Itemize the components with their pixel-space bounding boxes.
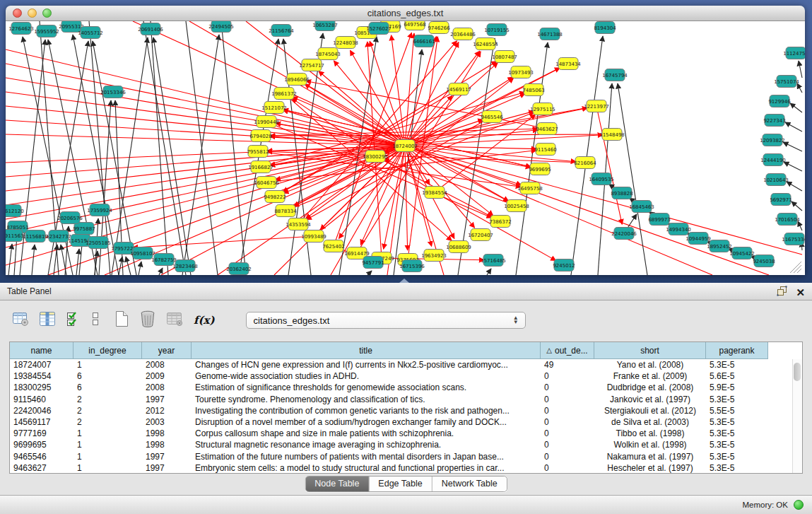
- zoom-window-icon[interactable]: [42, 8, 52, 18]
- graph-node[interactable]: 6216064: [574, 157, 596, 169]
- table-cell[interactable]: 2009: [142, 370, 192, 382]
- graph-node[interactable]: 20362402: [226, 263, 252, 275]
- graph-node[interactable]: 15121072: [261, 102, 287, 114]
- graph-node[interactable]: 16845463: [629, 201, 654, 213]
- table-cell[interactable]: 6: [73, 382, 142, 393]
- table-cell[interactable]: 1: [73, 439, 142, 450]
- network-canvas-svg[interactable]: 1872400712754717189460661986137215121072…: [6, 21, 805, 275]
- table-cell[interactable]: 0: [541, 428, 594, 439]
- network-table-select[interactable]: citations_edges.txt ▲▼: [246, 312, 526, 329]
- graph-node[interactable]: 20364486: [450, 28, 476, 40]
- graph-node[interactable]: 11124752: [783, 47, 805, 59]
- scrollbar-thumb[interactable]: [794, 363, 801, 381]
- graph-node[interactable]: 8878334: [274, 205, 297, 217]
- float-panel-icon[interactable]: [777, 286, 787, 299]
- table-cell[interactable]: 5.3E-5: [706, 428, 768, 439]
- network-nodes[interactable]: 1872400712754717189460661986137215121072…: [6, 21, 805, 275]
- graph-node[interactable]: 9129946: [768, 95, 791, 107]
- graph-node[interactable]: 12213977: [584, 100, 609, 112]
- table-cell[interactable]: 18724007: [10, 359, 73, 370]
- graph-node[interactable]: 9245012: [553, 259, 575, 271]
- graph-node[interactable]: 12975115: [530, 103, 555, 115]
- graph-node[interactable]: 14353594: [286, 218, 311, 230]
- table-cell[interactable]: 5.3E-5: [706, 359, 768, 370]
- table-cell[interactable]: 5.3E-5: [706, 462, 768, 474]
- graph-node[interactable]: 7955812: [247, 146, 269, 158]
- table-cell[interactable]: 1997: [142, 394, 192, 405]
- graph-node[interactable]: 6899973: [648, 214, 670, 226]
- table-row[interactable]: 1872400712008Changes of HCN gene express…: [10, 359, 802, 370]
- delete-rows-icon[interactable]: [139, 310, 157, 331]
- graph-node[interactable]: 14671388: [537, 28, 563, 40]
- table-cell[interactable]: 5.3E-5: [706, 394, 768, 405]
- table-cell[interactable]: 2: [73, 416, 142, 428]
- table-cell[interactable]: Corpus callosum shape and size in male p…: [192, 428, 541, 439]
- table-cell[interactable]: 5.3E-5: [706, 451, 768, 462]
- table-row[interactable]: 911546021997Tourette syndrome. Phenomeno…: [10, 394, 802, 405]
- graph-node[interactable]: 9975887: [73, 223, 95, 235]
- graph-node[interactable]: 5692971: [770, 194, 792, 206]
- graph-node[interactable]: 10719155: [484, 24, 510, 36]
- table-cell[interactable]: 18300295: [10, 382, 73, 393]
- column-header-in_degree[interactable]: in_degree: [73, 342, 142, 359]
- table-cell[interactable]: 0: [541, 451, 594, 462]
- table-cell[interactable]: 49: [541, 359, 594, 370]
- table-row[interactable]: 1830029562008Estimation of significance …: [10, 382, 802, 393]
- column-header-year[interactable]: year: [142, 342, 192, 359]
- graph-node[interactable]: 10944959: [686, 233, 711, 245]
- table-cell[interactable]: Structural magnetic resonance image aver…: [192, 439, 541, 450]
- graph-node[interactable]: 9746266: [428, 22, 450, 34]
- graph-node[interactable]: 10688609: [446, 241, 471, 253]
- resize-grip[interactable]: [790, 262, 801, 273]
- graph-node[interactable]: 10993489: [301, 230, 326, 243]
- graph-node[interactable]: 14569117: [446, 83, 471, 95]
- close-window-icon[interactable]: [13, 8, 22, 18]
- graph-node[interactable]: 16715396: [399, 260, 425, 272]
- network-canvas[interactable]: 1872400712754717189460661986137215121072…: [6, 21, 805, 275]
- new-table-icon[interactable]: [113, 310, 130, 331]
- table-cell[interactable]: Tourette syndrome. Phenomenology and cla…: [192, 394, 541, 405]
- minimize-window-icon[interactable]: [28, 8, 37, 18]
- table-cell[interactable]: 22420046: [10, 405, 73, 416]
- table-cell[interactable]: 0: [541, 405, 594, 416]
- table-row[interactable]: 977716911998Corpus callosum shape and si…: [10, 428, 802, 439]
- graph-node[interactable]: 12444190: [760, 154, 786, 166]
- table-row[interactable]: 1456911722003Disruption of a novel membe…: [10, 416, 802, 428]
- graph-node[interactable]: 10807487: [492, 51, 517, 63]
- table-cell[interactable]: Genome-wide association studies in ADHD.: [192, 370, 541, 382]
- table-cell[interactable]: 1998: [142, 428, 192, 439]
- table-cell[interactable]: 19384554: [10, 370, 73, 382]
- graph-node[interactable]: 16409535: [589, 173, 614, 185]
- graph-node[interactable]: 12505185: [86, 237, 111, 249]
- column-header-short[interactable]: short: [594, 342, 706, 359]
- table-cell[interactable]: 1997: [142, 462, 192, 474]
- graph-node[interactable]: 10653287: [312, 21, 338, 31]
- table-cell[interactable]: Dudbridge et al. (2008): [594, 382, 706, 393]
- graph-node[interactable]: 17359924: [87, 204, 112, 216]
- graph-node[interactable]: 10210643: [763, 174, 789, 186]
- graph-node[interactable]: 12248038: [333, 37, 358, 49]
- table-cell[interactable]: 14569117: [10, 416, 73, 428]
- column-header-pagerank[interactable]: pagerank: [706, 342, 768, 359]
- graph-node[interactable]: 16046756: [254, 177, 279, 189]
- table-cell[interactable]: Changes of HCN gene expression and I(f) …: [192, 359, 541, 370]
- table-cell[interactable]: 2012: [142, 405, 192, 416]
- table-cell[interactable]: Franke et al. (2009): [594, 370, 706, 382]
- graph-node[interactable]: 19634923: [421, 250, 447, 262]
- graph-node[interactable]: 9463627: [536, 123, 558, 135]
- graph-node[interactable]: 8938828: [611, 187, 632, 199]
- graph-node[interactable]: 3911563: [6, 230, 24, 242]
- graph-node[interactable]: 18745043: [315, 48, 341, 60]
- graph-node[interactable]: 7386372: [489, 216, 511, 228]
- table-cell[interactable]: Stergiakouli et al. (2012): [594, 405, 706, 416]
- graph-node[interactable]: 15716485: [481, 255, 506, 267]
- graph-node[interactable]: 9245038: [753, 255, 775, 267]
- table-cell[interactable]: 2003: [142, 416, 192, 428]
- table-cell[interactable]: Hescheler et al. (1997): [594, 462, 706, 474]
- table-row[interactable]: 946362711997Embryonic stem cells: a mode…: [10, 462, 802, 474]
- table-cell[interactable]: 1: [73, 462, 142, 474]
- node-table[interactable]: namein_degreeyeartitle△out_de...shortpag…: [9, 341, 803, 474]
- table-cell[interactable]: 5.3E-5: [706, 439, 768, 450]
- table-cell[interactable]: 5.5E-5: [706, 405, 768, 416]
- table-cell[interactable]: 5.6E-5: [706, 370, 768, 382]
